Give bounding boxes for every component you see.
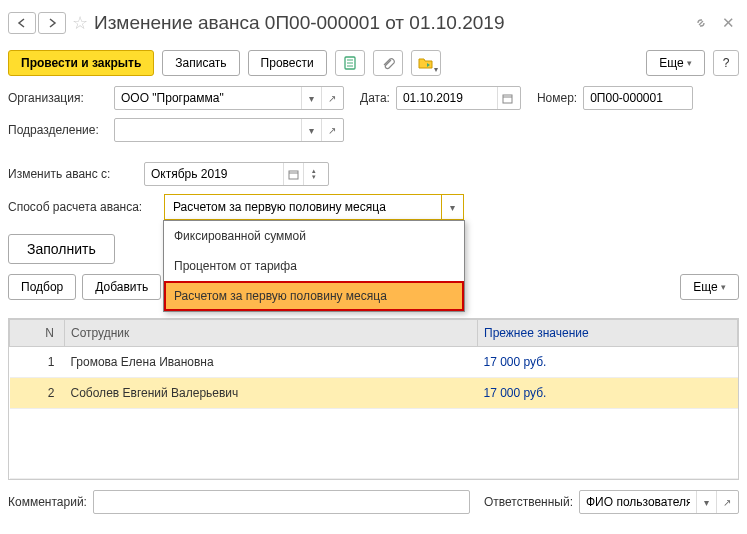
- write-button[interactable]: Записать: [162, 50, 239, 76]
- department-label: Подразделение:: [8, 123, 108, 137]
- change-from-spinner[interactable]: ▴▾: [303, 163, 323, 185]
- favorite-star-icon[interactable]: ☆: [72, 12, 88, 34]
- organization-open-button[interactable]: ↗: [321, 87, 341, 109]
- number-input[interactable]: [584, 87, 690, 109]
- post-and-close-button[interactable]: Провести и закрыть: [8, 50, 154, 76]
- help-button[interactable]: ?: [713, 50, 739, 76]
- department-input[interactable]: [115, 119, 301, 141]
- cell-n: 2: [10, 378, 65, 409]
- col-header-employee[interactable]: Сотрудник: [65, 320, 478, 347]
- calc-method-dropdown-button[interactable]: ▾: [441, 195, 463, 219]
- responsible-label: Ответственный:: [484, 495, 573, 509]
- svg-rect-4: [503, 95, 512, 103]
- cell-prev-value: 17 000 руб.: [478, 347, 738, 378]
- comment-input[interactable]: [94, 491, 469, 513]
- organization-dropdown-button[interactable]: ▾: [301, 87, 321, 109]
- calc-method-option-percent[interactable]: Процентом от тарифа: [164, 251, 464, 281]
- calc-method-select[interactable]: ▾: [164, 194, 464, 220]
- change-from-label: Изменить аванс с:: [8, 167, 138, 181]
- date-input[interactable]: [397, 87, 497, 109]
- department-dropdown-button[interactable]: ▾: [301, 119, 321, 141]
- table-row[interactable]: 1 Громова Елена Ивановна 17 000 руб.: [10, 347, 738, 378]
- calc-method-input[interactable]: [165, 195, 441, 219]
- cell-prev-value: 17 000 руб.: [478, 378, 738, 409]
- window-title: Изменение аванса 0П00-000001 от 01.10.20…: [94, 12, 684, 34]
- cell-employee: Громова Елена Ивановна: [65, 347, 478, 378]
- add-button[interactable]: Добавить: [82, 274, 161, 300]
- table-row[interactable]: 2 Соболев Евгений Валерьевич 17 000 руб.: [10, 378, 738, 409]
- calc-method-label: Способ расчета аванса:: [8, 200, 158, 214]
- post-button[interactable]: Провести: [248, 50, 327, 76]
- date-label: Дата:: [360, 91, 390, 105]
- organization-label: Организация:: [8, 91, 108, 105]
- change-from-input[interactable]: [145, 163, 283, 185]
- calc-method-option-fixed[interactable]: Фиксированной суммой: [164, 221, 464, 251]
- nav-back-button[interactable]: [8, 12, 36, 34]
- col-header-n[interactable]: N: [10, 320, 65, 347]
- responsible-input[interactable]: [580, 491, 696, 513]
- date-picker-button[interactable]: [497, 87, 517, 109]
- pick-button[interactable]: Подбор: [8, 274, 76, 300]
- nav-forward-button[interactable]: [38, 12, 66, 34]
- more-button[interactable]: Еще ▾: [646, 50, 705, 76]
- link-icon[interactable]: [690, 16, 712, 30]
- responsible-open-button[interactable]: ↗: [716, 491, 736, 513]
- fill-button[interactable]: Заполнить: [8, 234, 115, 264]
- close-button[interactable]: ✕: [718, 14, 739, 32]
- employees-table: N Сотрудник Прежнее значение 1 Громова Е…: [8, 318, 739, 480]
- folder-play-icon-button[interactable]: ▾: [411, 50, 441, 76]
- calc-method-option-firsthalf[interactable]: Расчетом за первую половину месяца: [164, 281, 464, 311]
- number-label: Номер:: [537, 91, 577, 105]
- table-empty-area: [10, 409, 738, 479]
- calc-method-dropdown-list: Фиксированной суммой Процентом от тарифа…: [163, 220, 465, 312]
- cell-employee: Соболев Евгений Валерьевич: [65, 378, 478, 409]
- responsible-dropdown-button[interactable]: ▾: [696, 491, 716, 513]
- cell-n: 1: [10, 347, 65, 378]
- svg-rect-6: [289, 171, 298, 179]
- department-open-button[interactable]: ↗: [321, 119, 341, 141]
- attachment-icon-button[interactable]: [373, 50, 403, 76]
- report-icon-button[interactable]: [335, 50, 365, 76]
- comment-label: Комментарий:: [8, 495, 87, 509]
- organization-input[interactable]: [115, 87, 301, 109]
- col-header-prev-value[interactable]: Прежнее значение: [478, 320, 738, 347]
- table-more-button[interactable]: Еще ▾: [680, 274, 739, 300]
- change-from-calendar-button[interactable]: [283, 163, 303, 185]
